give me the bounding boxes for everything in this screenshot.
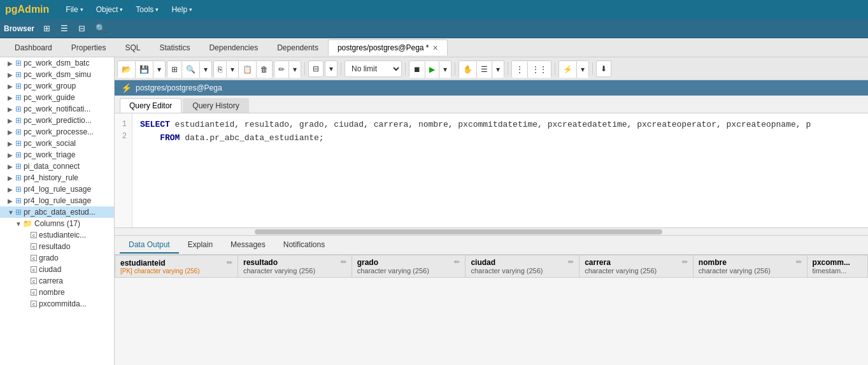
col-type: character varying (256) <box>471 267 543 275</box>
expand-arrow-icon: ▶ <box>8 60 15 67</box>
list-item[interactable]: c resultado <box>0 241 114 252</box>
tab-dependencies[interactable]: Dependencies <box>199 39 267 55</box>
code-content[interactable]: SELECT estudianteid, resultado, grado, c… <box>132 113 818 227</box>
tab-statistics[interactable]: Statistics <box>150 39 199 55</box>
delete-button[interactable]: 🗑 <box>257 61 272 78</box>
list-item[interactable]: c ciudad <box>0 264 114 275</box>
list-item[interactable]: ▶ ⊞ pc_work_guide <box>0 92 114 103</box>
horizontal-scrollbar[interactable] <box>115 228 868 236</box>
run-button[interactable]: ▶ <box>425 61 439 78</box>
tab-dashboard[interactable]: Dashboard <box>5 39 62 55</box>
logo-pg: pg <box>5 4 18 15</box>
tab-explain[interactable]: Explain <box>179 237 222 254</box>
menu-object[interactable]: Object ▾ <box>90 3 130 17</box>
list-item[interactable]: c estudianteic... <box>0 229 114 241</box>
browser-list-icon[interactable]: ☰ <box>57 22 72 36</box>
menu-tools[interactable]: Tools ▾ <box>129 3 165 17</box>
stop-button[interactable]: ⏹ <box>409 61 425 78</box>
browser-search-icon[interactable]: 🔍 <box>92 22 110 36</box>
browser-grid-icon[interactable]: ⊟ <box>75 22 89 36</box>
save-dropdown-button[interactable]: ▾ <box>153 61 165 78</box>
tab-data-output[interactable]: Data Output <box>120 237 179 254</box>
list-button[interactable]: ☰ <box>477 61 492 78</box>
expand-arrow-icon: ▶ <box>8 152 15 159</box>
col-carrera-header[interactable]: carrera character varying (256) ✏ <box>580 255 694 278</box>
col-ciudad-header[interactable]: ciudad character varying (256) ✏ <box>466 255 580 278</box>
list-item[interactable]: ▶ ⊞ pc_work_dsm_simu <box>0 69 114 80</box>
list-item[interactable]: ▶ ⊞ pc_work_processe... <box>0 126 114 138</box>
tab-messages[interactable]: Messages <box>222 237 274 254</box>
menu-file[interactable]: File ▾ <box>59 3 89 17</box>
nav-dropdown-button[interactable]: ▾ <box>492 61 504 78</box>
list-item[interactable]: ▶ ⊞ pi_data_connect <box>0 161 114 172</box>
table-view-button[interactable]: ⊞ <box>167 61 182 78</box>
menu-help[interactable]: Help ▾ <box>165 3 199 17</box>
tab-notifications[interactable]: Notifications <box>274 237 334 254</box>
col-resultado-header[interactable]: resultado character varying (256) ✏ <box>238 255 352 278</box>
expand-arrow-icon: ▶ <box>8 94 15 101</box>
table-icon: ⊞ <box>15 173 22 182</box>
limit-select[interactable]: No limit 1000 rows 500 rows 100 rows <box>345 61 402 77</box>
col-nombre-header[interactable]: nombre character varying (256) ✏ <box>693 255 807 278</box>
list-item[interactable]: c grado <box>0 252 114 264</box>
code-editor[interactable]: 12 SELECT estudianteid, resultado, grado… <box>115 113 868 228</box>
edit-button[interactable]: ✏ <box>274 61 289 78</box>
search-dropdown-button[interactable]: ▾ <box>200 61 211 78</box>
list-item[interactable]: ▶ ⊞ pr4_history_rule <box>0 172 114 183</box>
copy-dropdown-button[interactable]: ▾ <box>227 61 239 78</box>
tree-item-label: pc_work_guide <box>24 93 75 102</box>
format-button[interactable]: ⚡ <box>559 61 577 78</box>
list-item[interactable]: ▶ ⊞ pc_work_social <box>0 138 114 149</box>
list-item[interactable]: ▶ ⊞ pr4_log_rule_usage <box>0 195 114 206</box>
list-item[interactable]: c carrera <box>0 275 114 287</box>
edit-column-icon[interactable]: ✏ <box>682 258 688 266</box>
separator <box>455 62 455 75</box>
open-file-button[interactable]: 📂 <box>118 61 136 78</box>
col-grado-header[interactable]: grado character varying (256) ✏ <box>352 255 466 278</box>
filter-button[interactable]: ⊟ <box>308 61 324 77</box>
explain-2-button[interactable]: ⋮⋮ <box>528 61 551 78</box>
list-item[interactable]: ▼ 📁 Columns (17) <box>0 218 114 229</box>
copy-button[interactable]: ⎘ <box>214 61 227 78</box>
format-dropdown-button[interactable]: ▾ <box>577 61 588 78</box>
list-item[interactable]: ▶ ⊞ pc_work_notificati... <box>0 103 114 115</box>
tab-dependents[interactable]: Dependents <box>267 39 328 55</box>
tab-sql[interactable]: SQL <box>115 39 150 55</box>
list-item[interactable]: ▶ ⊞ pr4_log_rule_usage <box>0 183 114 195</box>
explain-button[interactable]: ⋮ <box>512 61 528 78</box>
list-item[interactable]: ▶ ⊞ pc_work_predictio... <box>0 115 114 126</box>
table-header-row: estudianteid [PK] character varying (256… <box>115 255 868 278</box>
list-item-selected[interactable]: ▼ ⊞ pr_abc_data_estud... <box>0 206 114 218</box>
list-item[interactable]: c pxcommitda... <box>0 298 114 310</box>
edit-column-icon[interactable]: ✏ <box>796 258 802 266</box>
col-pxcomm-header[interactable]: pxcomm... timestam... <box>807 255 867 278</box>
search-button[interactable]: 🔍 <box>182 61 200 78</box>
column-icon: c <box>31 255 37 261</box>
tab-properties[interactable]: Properties <box>62 39 116 55</box>
download-button[interactable]: ⬇ <box>596 61 611 77</box>
edit-column-icon[interactable]: ✏ <box>568 258 574 266</box>
edit-column-icon[interactable]: ✏ <box>227 259 232 267</box>
scrollbar-thumb[interactable] <box>255 229 662 234</box>
hand-button[interactable]: ✋ <box>459 61 477 78</box>
save-file-button[interactable]: 💾 <box>136 61 153 78</box>
browser-table-icon[interactable]: ⊞ <box>39 22 54 36</box>
col-estudianteid-header[interactable]: estudianteid [PK] character varying (256… <box>115 255 238 278</box>
edit-column-icon[interactable]: ✏ <box>341 258 346 266</box>
tab-query-history[interactable]: Query History <box>183 98 248 113</box>
paste-button[interactable]: 📋 <box>239 61 257 78</box>
table-icon: ⊞ <box>15 70 22 79</box>
close-icon[interactable]: × <box>433 43 438 52</box>
edit-column-icon[interactable]: ✏ <box>454 258 460 266</box>
tab-query-editor[interactable]: Query Editor <box>120 98 181 113</box>
list-item[interactable]: ▶ ⊞ pc_work_triage <box>0 149 114 161</box>
list-item[interactable]: ▶ ⊞ pc_work_dsm_batc <box>0 57 114 69</box>
tab-query[interactable]: postgres/postgres@Pega * × <box>328 39 448 55</box>
run-dropdown-button[interactable]: ▾ <box>439 61 451 78</box>
file-buttons: 📂 💾 ▾ <box>117 61 166 77</box>
list-item[interactable]: ▶ ⊞ pc_work_group <box>0 80 114 92</box>
filter-dropdown-button[interactable]: ▾ <box>325 61 338 77</box>
expand-arrow-icon: ▶ <box>8 197 15 204</box>
list-item[interactable]: c nombre <box>0 287 114 298</box>
edit-dropdown-button[interactable]: ▾ <box>289 61 301 78</box>
